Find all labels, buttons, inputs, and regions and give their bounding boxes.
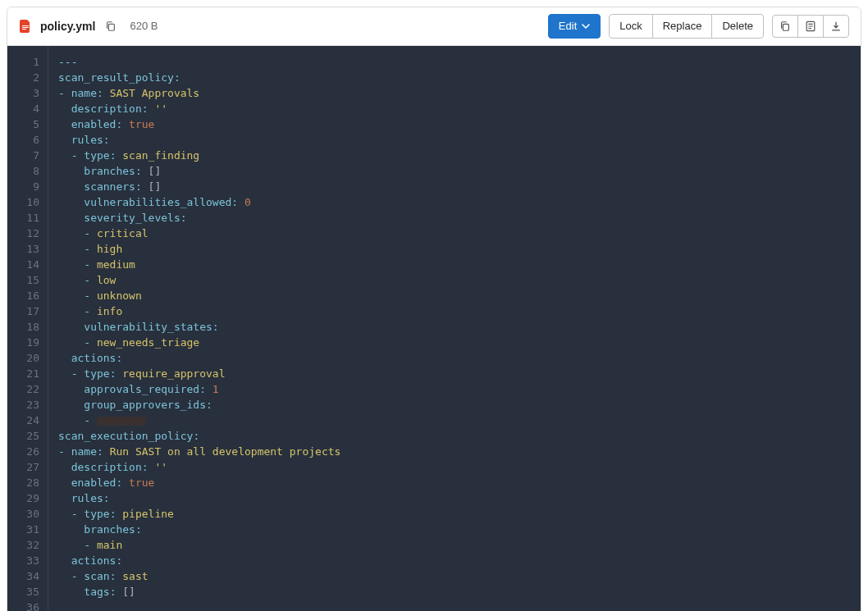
line-number: 7: [24, 148, 39, 163]
edit-button[interactable]: Edit: [548, 14, 601, 39]
line-number: 30: [24, 506, 39, 522]
code-line: - type: require_approval: [58, 366, 851, 381]
code-line: actions:: [58, 350, 851, 366]
code-line: group_approvers_ids:: [58, 397, 851, 413]
code-line: [58, 600, 851, 611]
delete-button[interactable]: Delete: [711, 14, 764, 39]
line-number: 1: [24, 54, 39, 70]
line-number: 4: [24, 101, 39, 116]
line-number: 11: [24, 210, 39, 226]
line-number: 17: [24, 303, 39, 319]
code-line: scan_execution_policy:: [58, 428, 851, 444]
line-number: 3: [24, 85, 39, 101]
line-number: 8: [24, 163, 39, 179]
code-line: actions:: [58, 553, 851, 568]
line-number: 9: [24, 179, 39, 194]
line-number: 32: [24, 537, 39, 553]
redacted-value: [97, 417, 146, 426]
line-number: 14: [24, 257, 39, 272]
line-number: 33: [24, 553, 39, 568]
line-number: 13: [24, 241, 39, 257]
code-line: - name: SAST Approvals: [58, 85, 851, 101]
line-number: 12: [24, 226, 39, 241]
code-line: scanners: []: [58, 179, 851, 194]
line-number: 23: [24, 397, 39, 413]
file-viewer: policy.yml 620 B Edit Lock Replace Delet…: [7, 7, 861, 611]
line-number: 22: [24, 381, 39, 397]
line-number: 28: [24, 475, 39, 490]
line-number: 15: [24, 272, 39, 288]
svg-rect-1: [783, 24, 788, 30]
code-line: - low: [58, 272, 851, 288]
code-content[interactable]: ---scan_result_policy:- name: SAST Appro…: [48, 46, 861, 611]
code-line: - high: [58, 241, 851, 257]
line-number: 36: [24, 600, 39, 611]
code-line: rules:: [58, 490, 851, 506]
code-line: vulnerability_states:: [58, 319, 851, 335]
line-number: 10: [24, 194, 39, 210]
copy-contents-button[interactable]: [772, 15, 798, 38]
lock-button[interactable]: Lock: [609, 14, 652, 39]
edit-button-label: Edit: [559, 20, 577, 33]
line-number: 20: [24, 350, 39, 366]
view-raw-button[interactable]: [797, 15, 824, 38]
line-number: 6: [24, 132, 39, 148]
code-line: description: '': [58, 459, 851, 475]
line-number: 2: [24, 70, 39, 85]
line-number: 16: [24, 288, 39, 303]
file-size: 620 B: [130, 20, 158, 32]
line-number-gutter: 1234567891011121314151617181920212223242…: [7, 46, 48, 611]
code-line: -: [58, 413, 851, 428]
line-number: 19: [24, 335, 39, 350]
code-line: description: '': [58, 101, 851, 116]
code-line: - main: [58, 537, 851, 553]
file-actions-group: Lock Replace Delete: [609, 14, 764, 39]
line-number: 5: [24, 116, 39, 132]
code-line: approvals_required: 1: [58, 381, 851, 397]
file-utility-group: [772, 15, 849, 38]
code-line: rules:: [58, 132, 851, 148]
code-line: scan_result_policy:: [58, 70, 851, 85]
code-line: - type: pipeline: [58, 506, 851, 522]
chevron-down-icon: [582, 22, 590, 30]
line-number: 34: [24, 568, 39, 584]
code-line: enabled: true: [58, 116, 851, 132]
line-number: 29: [24, 490, 39, 506]
code-line: branches: []: [58, 163, 851, 179]
copy-path-icon[interactable]: [103, 19, 118, 34]
code-line: - name: Run SAST on all development proj…: [58, 444, 851, 459]
line-number: 21: [24, 366, 39, 381]
code-line: ---: [58, 54, 851, 70]
replace-button[interactable]: Replace: [652, 14, 713, 39]
code-line: enabled: true: [58, 475, 851, 490]
code-line: - scan: sast: [58, 568, 851, 584]
line-number: 31: [24, 522, 39, 537]
code-line: branches:: [58, 522, 851, 537]
code-line: - type: scan_finding: [58, 148, 851, 163]
code-line: - critical: [58, 226, 851, 241]
code-editor: 1234567891011121314151617181920212223242…: [7, 46, 861, 611]
code-line: - new_needs_triage: [58, 335, 851, 350]
code-line: - unknown: [58, 288, 851, 303]
code-line: vulnerabilities_allowed: 0: [58, 194, 851, 210]
download-button[interactable]: [823, 15, 849, 38]
line-number: 27: [24, 459, 39, 475]
line-number: 25: [24, 428, 39, 444]
code-line: severity_levels:: [58, 210, 851, 226]
line-number: 18: [24, 319, 39, 335]
line-number: 35: [24, 584, 39, 600]
code-line: - info: [58, 303, 851, 319]
svg-rect-0: [109, 24, 115, 30]
code-line: tags: []: [58, 584, 851, 600]
line-number: 26: [24, 444, 39, 459]
file-header: policy.yml 620 B Edit Lock Replace Delet…: [7, 7, 861, 46]
line-number: 24: [24, 413, 39, 428]
file-name: policy.yml: [40, 20, 95, 33]
code-line: - medium: [58, 257, 851, 272]
file-type-icon: [19, 20, 32, 33]
